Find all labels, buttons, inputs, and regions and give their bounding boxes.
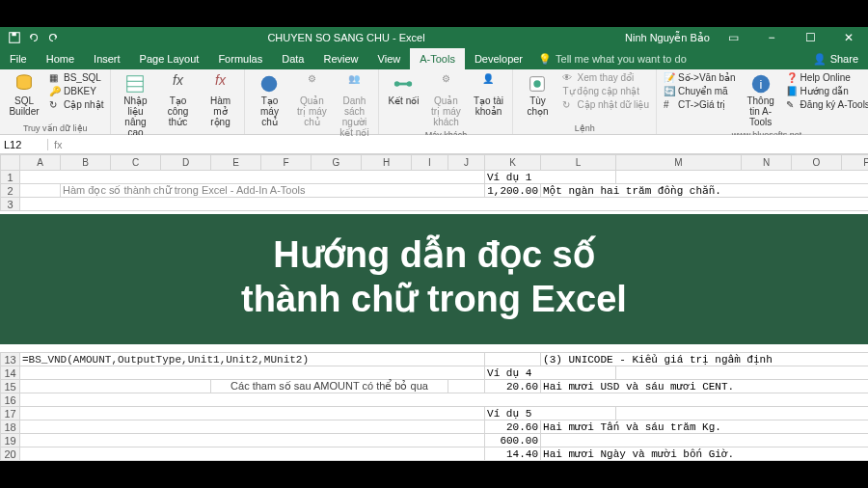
tutorial-overlay-banner: Hướng dẫn đọc số thành chữ trong Excel xyxy=(0,214,868,344)
undo-icon[interactable] xyxy=(27,31,41,44)
update-data-button: ↻Cập nhật dữ liệu xyxy=(559,98,652,112)
row-2[interactable]: 2 Hàm đọc số thành chữ trong Excel - Add… xyxy=(1,184,869,198)
options-button[interactable]: Tùy chọn xyxy=(517,71,557,122)
help-online-button[interactable]: ❓Help Online xyxy=(783,71,868,85)
cell-vd5-text1[interactable]: Hai mươi Tấn và sáu trăm Kg. xyxy=(541,420,868,434)
column-headers[interactable]: ABCD EFGH IJKL MNOPQ xyxy=(1,155,869,171)
row-20[interactable]: 20 14.40 Hai mươi Ngày và mười bốn Giờ. xyxy=(1,447,869,461)
cell-formula-note[interactable]: Các tham số sau AMOUNT có thể bỏ qua xyxy=(211,380,448,393)
row-13[interactable]: 13 =BS_VND(AMOUNT,OutputType,Unit1,Unit2… xyxy=(1,353,869,366)
cell-vd5-label[interactable]: Ví dụ 5 xyxy=(485,407,616,420)
cell-vd1-num[interactable]: 1,200.00 xyxy=(485,184,541,198)
bs-sql-button[interactable]: ▦BS_SQL xyxy=(46,71,106,85)
lightbulb-icon: 💡 xyxy=(538,53,552,66)
svg-rect-1 xyxy=(12,33,15,37)
row-17[interactable]: 17 Ví dụ 5 xyxy=(1,407,869,420)
svg-text:i: i xyxy=(759,77,762,92)
overlay-line1: Hướng dẫn đọc số xyxy=(273,234,594,275)
dbkey-button[interactable]: 🔑DBKEY xyxy=(46,85,106,98)
tab-home[interactable]: Home xyxy=(37,48,84,69)
cell-vd1-label[interactable]: Ví dụ 1 xyxy=(485,171,616,184)
svg-point-10 xyxy=(534,80,541,87)
database-icon xyxy=(14,73,35,95)
cell-vd1-text[interactable]: Một ngàn hai trăm đồng chẵn. xyxy=(541,184,869,198)
value-icon: # xyxy=(664,99,675,111)
group-label-commands: Lệnh xyxy=(517,122,652,134)
auto-update-button: Tự động cập nhật xyxy=(559,85,652,98)
number-to-text-button[interactable]: 📝Số->Văn bản xyxy=(661,71,739,85)
guide-button[interactable]: 📘Hướng dẫn xyxy=(783,85,868,98)
row-19[interactable]: 19 600.00 xyxy=(1,434,869,447)
user-name: Ninh Nguyễn Bảo xyxy=(625,32,710,44)
tab-developer[interactable]: Developer xyxy=(465,48,532,69)
tab-review[interactable]: Review xyxy=(313,48,367,69)
refresh-button[interactable]: ↻Cập nhật xyxy=(46,98,106,112)
ribbon-tabs: File Home Insert Page Layout Formulas Da… xyxy=(0,48,868,69)
convert-icon: 🔄 xyxy=(664,86,675,97)
tab-formulas[interactable]: Formulas xyxy=(208,48,272,69)
row-16[interactable]: 16 xyxy=(1,393,869,407)
cell-vd4-text[interactable]: Hai mươi USD và sáu mươi CENT. xyxy=(541,380,868,393)
advanced-input-button[interactable]: Nhập liệu nâng cao xyxy=(115,71,155,140)
extended-functions-button[interactable]: fxHàm mở rộng xyxy=(200,71,240,140)
cell-vd5-text3[interactable]: Hai mươi Ngày và mười bốn Giờ. xyxy=(541,447,868,461)
refresh-icon: ↻ xyxy=(49,99,61,111)
ribbon-options-icon[interactable]: ▭ xyxy=(718,31,748,44)
document-title: CHUYEN SO SANG CHU - Excel xyxy=(68,32,625,43)
svg-point-7 xyxy=(394,81,400,87)
tab-file[interactable]: File xyxy=(0,48,37,69)
formula-to-value-button[interactable]: #CT->Giá trị xyxy=(661,98,739,112)
tab-page-layout[interactable]: Page Layout xyxy=(130,48,209,69)
maximize-icon[interactable]: ☐ xyxy=(795,31,826,44)
atools-info-button[interactable]: iThông tin A-Tools xyxy=(741,71,781,129)
cell-unicode-note[interactable]: (3) UNICODE - Kiểu giá trị ngầm định xyxy=(541,353,868,366)
cell-formula[interactable]: =BS_VND(AMOUNT,OutputType,Unit1,Unit2,MU… xyxy=(20,353,485,366)
cell-vd5-num3[interactable]: 14.40 xyxy=(485,447,541,461)
grid-icon xyxy=(124,73,146,95)
close-icon[interactable]: ✕ xyxy=(833,31,864,44)
create-server-button[interactable]: Tạo máy chủ xyxy=(249,71,289,140)
tab-insert[interactable]: Insert xyxy=(84,48,130,69)
row-14[interactable]: 14 Ví dụ 4 xyxy=(1,366,869,380)
svg-point-8 xyxy=(407,81,413,87)
cell-vd5-num1[interactable]: 20.60 xyxy=(485,420,541,434)
create-formula-button[interactable]: fxTạo công thức xyxy=(157,71,198,140)
minimize-icon[interactable]: − xyxy=(756,31,787,44)
row-1[interactable]: 1 Ví dụ 1 xyxy=(1,171,869,184)
tab-view[interactable]: View xyxy=(368,48,411,69)
function-icon: fx xyxy=(209,73,231,95)
info-icon: i xyxy=(750,73,772,95)
register-button[interactable]: ✎Đăng ký A-Tools xyxy=(783,98,868,112)
client-admin-button: ⚙Quản trị máy khách xyxy=(425,71,466,129)
user-add-icon: 👤 xyxy=(477,73,499,95)
share-button[interactable]: 👤 Share xyxy=(803,48,868,69)
save-icon[interactable] xyxy=(8,31,21,44)
redo-icon[interactable] xyxy=(46,31,60,44)
users-icon: 👥 xyxy=(343,73,365,95)
svg-point-6 xyxy=(261,76,278,93)
cell-vd4-label[interactable]: Ví dụ 4 xyxy=(485,366,616,380)
connections-list-button: 👥Danh sách người kết nối xyxy=(334,71,374,140)
cell-vd5-num2[interactable]: 600.00 xyxy=(485,434,541,447)
row-18[interactable]: 18 20.60 Hai mươi Tấn và sáu trăm Kg. xyxy=(1,420,869,434)
row-3[interactable]: 3 xyxy=(1,198,869,211)
titlebar: CHUYEN SO SANG CHU - Excel Ninh Nguyễn B… xyxy=(0,27,868,48)
tab-atools[interactable]: A-Tools xyxy=(410,48,465,69)
row-15[interactable]: 15 Các tham số sau AMOUNT có thể bỏ qua … xyxy=(1,380,869,393)
connect-icon xyxy=(393,73,414,95)
eye-icon: 👁 xyxy=(562,72,574,84)
cell-main-title[interactable]: Hàm đọc số thành chữ trong Excel - Add-I… xyxy=(61,184,485,198)
sql-icon: ▦ xyxy=(49,72,61,84)
server-admin-button: ⚙Quản trị máy chủ xyxy=(291,71,332,140)
cell-vd4-num[interactable]: 20.60 xyxy=(485,380,541,393)
tab-data[interactable]: Data xyxy=(272,48,313,69)
tell-me-search[interactable]: 💡 Tell me what you want to do xyxy=(538,48,687,69)
create-account-button[interactable]: 👤Tạo tài khoản xyxy=(468,71,508,129)
sql-builder-button[interactable]: SQL Builder xyxy=(4,71,44,122)
name-box[interactable]: L12 xyxy=(0,139,48,150)
book-icon: 📘 xyxy=(786,86,798,97)
fx-icon[interactable]: fx xyxy=(48,139,68,150)
convert-code-button[interactable]: 🔄Chuyển mã xyxy=(661,85,739,98)
group-label-query: Truy vấn dữ liệu xyxy=(4,122,106,134)
connect-button[interactable]: Kết nối xyxy=(383,71,423,129)
